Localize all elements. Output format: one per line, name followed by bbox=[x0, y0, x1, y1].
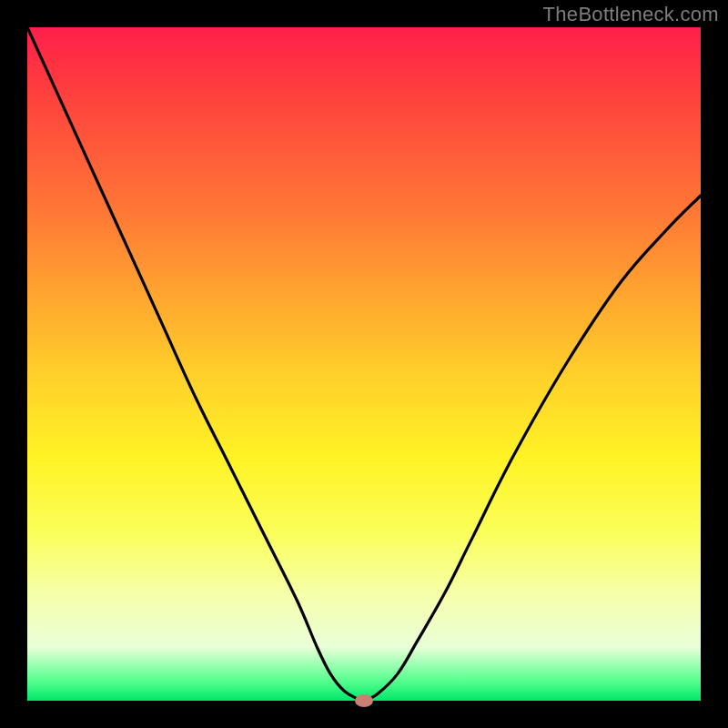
plot-area bbox=[27, 27, 701, 701]
watermark-text: TheBottleneck.com bbox=[543, 3, 719, 26]
chart-stage: TheBottleneck.com bbox=[0, 0, 728, 728]
minimum-marker bbox=[355, 694, 373, 707]
bottleneck-curve bbox=[27, 27, 701, 701]
curve-path bbox=[27, 27, 701, 701]
